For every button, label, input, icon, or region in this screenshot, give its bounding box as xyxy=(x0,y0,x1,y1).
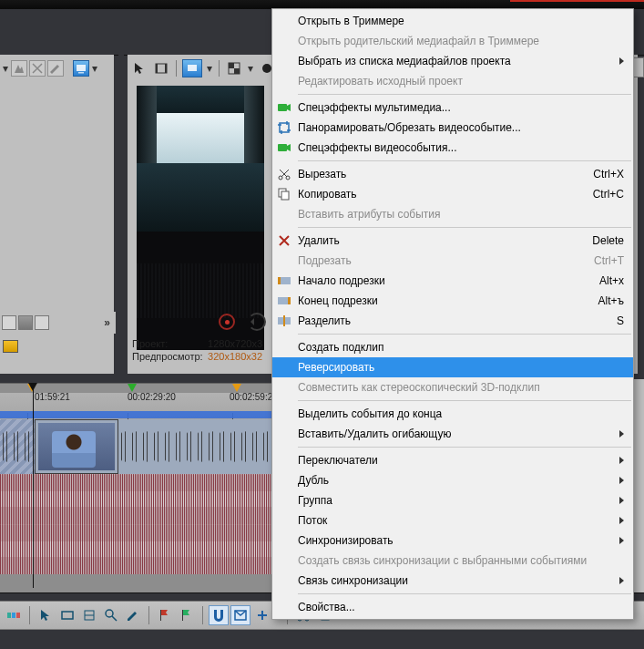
svg-rect-1 xyxy=(78,72,84,74)
marker-icon[interactable] xyxy=(128,384,137,392)
menu-split[interactable]: Разделить S xyxy=(272,311,633,331)
menu-label: Начало подрезки xyxy=(298,274,385,287)
menu-label: Панорамировать/Обрезать видеособытие... xyxy=(298,121,521,134)
menu-create-subclip[interactable]: Создать подклип xyxy=(272,337,633,357)
menu-trim: Подрезать Ctrl+T xyxy=(272,251,633,271)
menu-fx-multimedia[interactable]: Спецэффекты мультимедиа... xyxy=(272,98,633,118)
tool-swatches-icon[interactable] xyxy=(4,605,24,625)
menu-copy[interactable]: Копировать Ctrl+C xyxy=(272,184,633,204)
menu-cut[interactable]: Вырезать Ctrl+X xyxy=(272,164,633,184)
submenu-arrow-icon xyxy=(619,477,624,484)
menu-label: Спецэффекты мультимедиа... xyxy=(298,101,451,114)
left-panel-toolbar: ▾ ▾ xyxy=(0,57,116,79)
tool-edit-icon[interactable] xyxy=(123,605,143,625)
menu-label: Открыть в Триммере xyxy=(298,15,404,27)
tool-icon-2[interactable] xyxy=(29,60,46,77)
quality-icon[interactable] xyxy=(225,59,243,77)
dropdown-arrow-icon[interactable]: ▾ xyxy=(247,60,254,77)
menu-open-trimmer[interactable]: Открыть в Триммере xyxy=(272,11,633,31)
menu-sync-link[interactable]: Связь синхронизации xyxy=(272,571,633,591)
tool-add-icon[interactable] xyxy=(252,605,272,625)
menu-label: Открыть родительский медиафайл в Триммер… xyxy=(298,35,539,47)
tool-icon-3[interactable] xyxy=(47,60,64,77)
menu-stereo3d: Совместить как стереоскопический 3D-подк… xyxy=(272,377,633,397)
svg-rect-16 xyxy=(160,610,161,621)
loop-icon[interactable] xyxy=(248,313,266,331)
menu-label: Подрезать xyxy=(298,254,352,267)
transport-btn-2[interactable] xyxy=(18,315,33,330)
menu-label: Конец подрезки xyxy=(298,294,378,307)
menu-shortcut: Ctrl+X xyxy=(593,168,624,180)
transport-btn-1[interactable] xyxy=(2,315,16,330)
delete-icon xyxy=(276,232,292,249)
cursor-icon[interactable] xyxy=(130,59,148,77)
submenu-arrow-icon xyxy=(619,57,624,65)
tool-flag-green-icon[interactable] xyxy=(177,605,197,625)
menu-label: Выделить события до конца xyxy=(298,407,442,420)
menu-fx-video[interactable]: Спецэффекты видеособытия... xyxy=(272,138,633,158)
menu-label: Реверсировать xyxy=(298,361,374,374)
submenu-arrow-icon xyxy=(619,537,624,544)
menu-reverse[interactable]: Реверсировать xyxy=(272,357,633,377)
menu-shortcut: S xyxy=(617,314,624,327)
tool-box-icon[interactable] xyxy=(57,605,77,625)
preview-monitor-icon[interactable] xyxy=(182,59,202,77)
loop-region[interactable] xyxy=(0,411,271,418)
timecode: 00:02:59:2 xyxy=(230,392,272,402)
menu-label: Синхронизировать xyxy=(298,534,394,547)
tool-magnify-icon[interactable] xyxy=(101,605,121,625)
marker-icon[interactable] xyxy=(232,384,241,392)
playhead[interactable] xyxy=(33,383,34,588)
menu-trim-start[interactable]: Начало подрезки Alt+x xyxy=(272,271,633,291)
dropdown-arrow-icon[interactable]: ▾ xyxy=(206,60,213,77)
video-clip-thumbnail[interactable] xyxy=(35,419,118,474)
tool-flag-red-icon[interactable] xyxy=(155,605,175,625)
menu-switches[interactable]: Переключатели xyxy=(272,450,633,470)
svg-point-15 xyxy=(106,610,113,617)
color-swatch[interactable] xyxy=(3,340,18,353)
svg-rect-35 xyxy=(283,315,285,326)
more-icon[interactable]: » xyxy=(104,316,116,329)
left-panel: ▾ ▾ » xyxy=(0,55,114,374)
video-clip[interactable] xyxy=(0,419,36,474)
menu-label: Переключатели xyxy=(298,454,378,467)
svg-rect-7 xyxy=(229,63,234,68)
menu-label: Создать связь синхронизации с выбранными… xyxy=(298,554,587,567)
svg-point-9 xyxy=(262,64,271,73)
transport-btn-3[interactable] xyxy=(35,315,49,330)
menu-label: Вставить атрибуты события xyxy=(298,208,441,221)
trim-end-icon xyxy=(276,293,292,309)
record-icon[interactable] xyxy=(219,314,235,330)
context-menu: Открыть в Триммере Открыть родительский … xyxy=(271,8,634,620)
menu-create-sync: Создать связь синхронизации с выбранными… xyxy=(272,551,633,571)
menu-label: Поток xyxy=(298,514,327,527)
preview-monitor-icon[interactable] xyxy=(73,60,89,77)
menu-label: Дубль xyxy=(298,474,329,487)
menu-properties[interactable]: Свойства... xyxy=(272,597,633,617)
menu-pan-crop[interactable]: Панорамировать/Обрезать видеособытие... xyxy=(272,118,633,138)
tool-icon-1[interactable] xyxy=(11,60,27,77)
tool-range-icon[interactable] xyxy=(79,605,99,625)
tool-snap-icon[interactable] xyxy=(209,605,229,625)
dropdown-arrow-icon[interactable]: ▾ xyxy=(91,60,98,77)
menu-select-from-list[interactable]: Выбрать из списка медиафайлов проекта xyxy=(272,51,633,71)
menu-insert-envelope[interactable]: Вставить/Удалить огибающую xyxy=(272,424,633,444)
menu-select-to-end[interactable]: Выделить события до конца xyxy=(272,404,633,424)
dropdown-arrow-icon[interactable]: ▾ xyxy=(2,60,9,77)
menu-delete[interactable]: Удалить Delete xyxy=(272,231,633,251)
menu-shortcut: Ctrl+C xyxy=(593,188,624,201)
menu-group[interactable]: Группа xyxy=(272,490,633,510)
fx-green-icon xyxy=(276,99,292,116)
menu-trim-end[interactable]: Конец подрезки Alt+ъ xyxy=(272,291,633,311)
video-preview xyxy=(137,86,264,350)
tool-pointer-icon[interactable] xyxy=(36,605,56,625)
film-icon[interactable] xyxy=(152,59,170,77)
menu-stream[interactable]: Поток xyxy=(272,510,633,531)
menu-shortcut: Alt+ъ xyxy=(598,294,624,307)
tool-envelope-icon[interactable] xyxy=(230,605,250,625)
timecode: 00:02:29:20 xyxy=(128,392,176,402)
menu-take[interactable]: Дубль xyxy=(272,470,633,490)
svg-rect-31 xyxy=(278,297,288,304)
svg-rect-4 xyxy=(165,64,167,73)
menu-sync[interactable]: Синхронизировать xyxy=(272,531,633,551)
